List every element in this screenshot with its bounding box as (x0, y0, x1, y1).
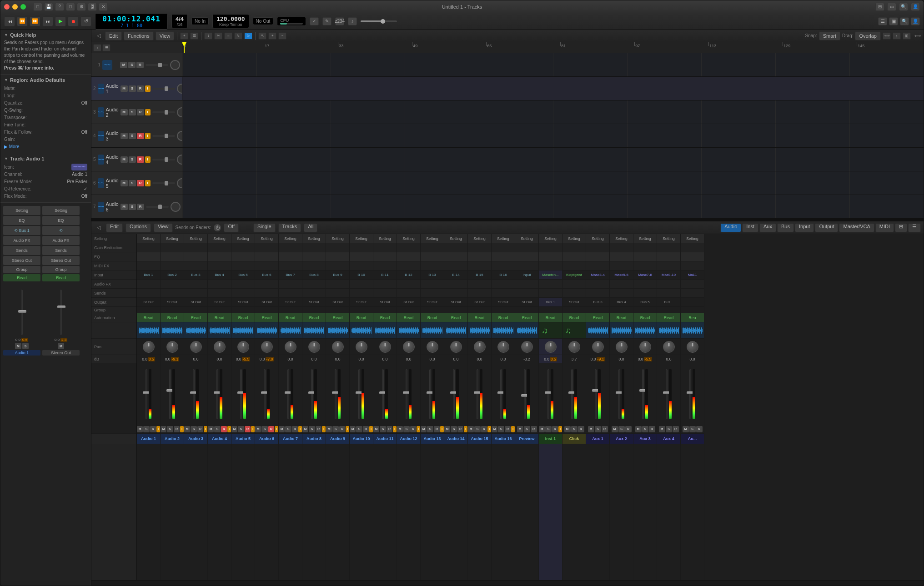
region-defaults-header[interactable]: ▼ Region: Audio Defaults (4, 77, 87, 83)
mini-setting-left[interactable]: Setting (3, 206, 40, 215)
ch-pan-4[interactable] (231, 339, 255, 355)
mini-group-right[interactable]: Group (42, 266, 80, 273)
ch-auto-2[interactable]: Read (184, 313, 207, 322)
track-i-6[interactable]: I (145, 180, 151, 186)
ch-input-6[interactable]: Bus 7 (279, 270, 302, 280)
close-btn[interactable]: ✕ (99, 3, 108, 11)
ch-setting-15[interactable]: Setting (492, 234, 515, 243)
track-i-4[interactable]: I (145, 133, 151, 139)
ch-input-23[interactable]: Ma11 (681, 270, 704, 280)
ch-eq-6[interactable] (279, 252, 302, 261)
mini-audiofx-right[interactable]: Audio FX (42, 236, 80, 245)
ch-db-9[interactable]: 0.0 (350, 355, 373, 363)
ch-auto-10[interactable]: Read (373, 313, 397, 322)
ch-setting-5[interactable]: Setting (255, 234, 278, 243)
ch-eq-10[interactable] (373, 252, 397, 261)
ch-eq-0[interactable] (137, 252, 160, 261)
icon-btn-3[interactable]: 🔍 (899, 3, 908, 11)
freeze-value[interactable]: Pre Fader (67, 179, 87, 184)
library-btn[interactable]: □ (33, 3, 42, 11)
track-fader-2[interactable] (152, 88, 175, 90)
track-r-6[interactable]: R (137, 180, 144, 186)
track-s-7[interactable]: S (129, 204, 136, 210)
zoom-track-btn[interactable]: ⊞ (903, 32, 911, 40)
ch-setting-13[interactable]: Setting (444, 234, 467, 243)
quick-help-header[interactable]: ▼ Quick Help (4, 32, 87, 38)
mini-s-left[interactable]: S (22, 343, 29, 349)
snap-value[interactable]: Smart (819, 31, 840, 40)
ch-setting-8[interactable]: Setting (326, 234, 349, 243)
ch-output-13[interactable]: St Out (444, 298, 467, 307)
zoom-in-btn[interactable]: ↕ (893, 32, 901, 40)
quantize-value[interactable]: Off (81, 100, 87, 105)
icon-btn-4[interactable]: 👤 (911, 3, 920, 11)
ch-input-8[interactable]: Bus 9 (326, 270, 349, 280)
mini-fader-thumb-right[interactable] (57, 306, 65, 308)
ch-db-18[interactable]: 3.7 (562, 355, 586, 363)
ch-setting-3[interactable]: Setting (208, 234, 231, 243)
ch-output-6[interactable]: St Out (279, 298, 302, 307)
ch-auto-15[interactable]: Read (492, 313, 515, 322)
tracks-btn[interactable]: Tracks (278, 223, 301, 232)
user-btn[interactable]: 👤 (911, 17, 920, 25)
window-btn2[interactable]: ▣ (889, 17, 898, 25)
ch-db-8[interactable]: 0.0 (326, 355, 349, 363)
ch-input-5[interactable]: Bus 6 (255, 270, 278, 280)
ch-input-12[interactable]: B 13 (421, 270, 444, 280)
mini-sends-right[interactable]: Sends (42, 246, 80, 255)
mini-audiofx-left[interactable]: Audio FX (3, 236, 40, 245)
track-m-7[interactable]: M (121, 204, 128, 210)
ch-auto-13[interactable]: Read (444, 313, 467, 322)
ch-setting-0[interactable]: Setting (137, 234, 160, 243)
to-start-button[interactable]: ⏭ (42, 16, 53, 26)
ch-eq-16[interactable] (515, 252, 538, 261)
ch-db-19[interactable]: 0.0-9.1 (586, 355, 609, 363)
ch-input-9[interactable]: B 10 (350, 270, 373, 280)
no-out-display[interactable]: No Out (253, 17, 274, 25)
ch-db-6[interactable]: 0.0 (279, 355, 302, 363)
ch-pan-19[interactable] (586, 339, 609, 355)
ch-setting-21[interactable]: Setting (633, 234, 657, 243)
cycle-button[interactable]: ↺ (80, 16, 91, 26)
save-btn[interactable]: 💾 (44, 3, 53, 11)
track-fader-3[interactable] (152, 111, 175, 113)
ch-pan-18[interactable] (562, 339, 586, 355)
ch-input-19[interactable]: Masc3-4 (586, 270, 609, 280)
ch-output-0[interactable]: St Out (137, 298, 160, 307)
mixer-list-view-btn[interactable]: ☰ (908, 223, 921, 232)
single-btn[interactable]: Single (253, 223, 276, 232)
qref-value[interactable]: ✓ (84, 186, 87, 191)
ch-eq-4[interactable] (231, 252, 255, 261)
icon-btn-1[interactable]: ⊞ (875, 3, 884, 11)
ch-auto-5[interactable]: Read (255, 313, 278, 322)
tool-btn-1[interactable]: ↕ (204, 32, 212, 40)
ch-db-2[interactable]: 0.0 (184, 355, 207, 363)
ch-output-3[interactable]: St Out (208, 298, 231, 307)
no-in-display[interactable]: No In (191, 17, 209, 25)
ch-db-21[interactable]: 0.0-5.5 (633, 355, 657, 363)
mixer-btn[interactable]: 🎛 (88, 3, 97, 11)
mixer-edit-btn[interactable]: Edit (106, 223, 123, 232)
track-s-1[interactable]: S (128, 62, 136, 68)
mixer-view-btn[interactable]: View (154, 223, 173, 232)
ch-output-17[interactable]: Bus 1 (539, 298, 562, 307)
ch-setting-19[interactable]: Setting (586, 234, 609, 243)
edit-menu-btn[interactable]: Edit (105, 31, 122, 40)
h-scrollbar[interactable] (91, 580, 924, 586)
track-s-4[interactable]: S (129, 133, 136, 139)
ch-output-22[interactable]: Bus... (657, 298, 680, 307)
record-button[interactable]: ⏺ (68, 16, 79, 26)
ch-auto-11[interactable]: Read (397, 313, 420, 322)
plus-btn[interactable]: + (268, 32, 276, 40)
ch-setting-9[interactable]: Setting (350, 234, 373, 243)
ch-setting-11[interactable]: Setting (397, 234, 420, 243)
ch-setting-20[interactable]: Setting (610, 234, 633, 243)
ch-pan-0[interactable] (137, 339, 160, 355)
mini-m-left[interactable]: M (15, 343, 21, 349)
track-s-3[interactable]: S (129, 109, 136, 115)
ch-output-5[interactable]: St Out (255, 298, 278, 307)
ch-eq-5[interactable] (255, 252, 278, 261)
mini-stereoout-left[interactable]: Stereo Out (3, 256, 40, 265)
ch-db-3[interactable]: 0.0 (208, 355, 231, 363)
play-button[interactable]: ▶ (55, 16, 66, 26)
